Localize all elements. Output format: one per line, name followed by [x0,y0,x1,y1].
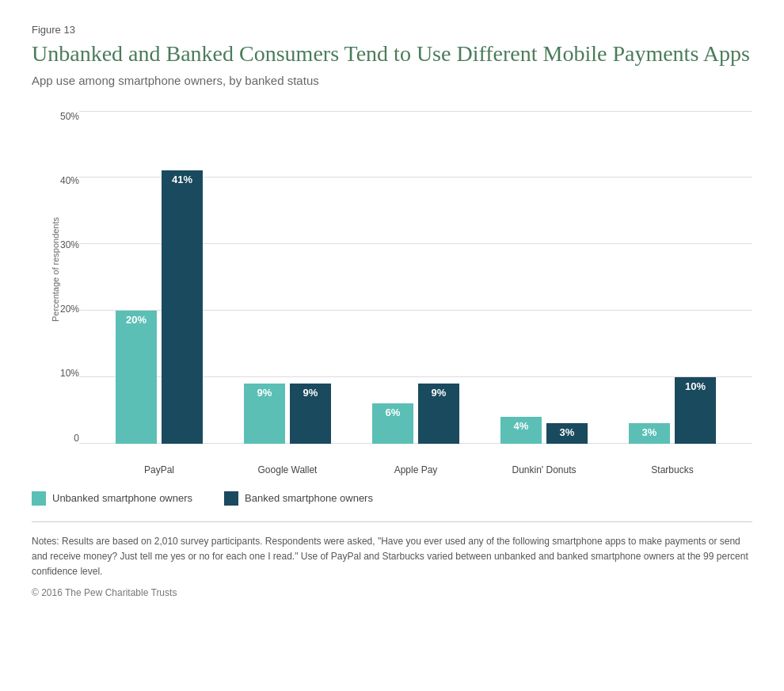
y-axis: 0 10% 20% 30% 40% 50% [36,111,79,475]
legend-unbanked-label: Unbanked smartphone owners [52,492,192,504]
y-tick-40: 40% [60,175,79,186]
divider [32,521,752,522]
chart-subtitle: App use among smartphone owners, by bank… [32,74,752,87]
legend-unbanked-box [32,491,46,506]
bar-value-banked-1: 9% [303,387,318,399]
x-label-1: Google Wallet [244,464,331,475]
bar-group-paypal: 20%41% [116,170,203,443]
bar-group-google-wallet: 9%9% [244,384,331,444]
x-label-2: Apple Pay [372,464,459,475]
chart-title: Unbanked and Banked Consumers Tend to Us… [32,40,752,67]
legend-unbanked: Unbanked smartphone owners [32,491,192,506]
bar-value-unbanked-0: 20% [126,314,147,326]
bar-unbanked-4: 3% [629,423,670,443]
figure-label: Figure 13 [32,24,752,36]
bars-container: 20%41%9%9%6%9%4%3%3%10% [79,111,752,444]
bar-group-dunkin-donuts: 4%3% [500,417,588,444]
bar-value-banked-0: 41% [172,174,192,185]
x-label-0: PayPal [116,464,203,475]
chart-inner: 20%41%9%9%6%9%4%3%3%10% PayPalGoogle Wal… [79,111,752,475]
x-labels: PayPalGoogle WalletApple PayDunkin' Donu… [79,444,752,475]
bar-group-starbucks: 3%10% [629,377,716,444]
bar-value-banked-2: 9% [432,387,447,399]
bar-unbanked-1: 9% [244,384,285,444]
bar-group-apple-pay: 6%9% [372,384,459,444]
bar-banked-1: 9% [290,384,331,444]
bar-pair-1: 9%9% [244,384,331,444]
bar-banked-2: 9% [418,384,459,444]
bar-pair-2: 6%9% [372,384,459,444]
bar-value-unbanked-4: 3% [642,426,657,438]
bar-unbanked-2: 6% [372,403,413,443]
bar-pair-4: 3%10% [629,377,716,444]
chart-area: Percentage of respondents 0 10% 20% 30% … [32,111,752,475]
legend-banked-label: Banked smartphone owners [245,492,373,504]
bar-banked-0: 41% [162,170,203,443]
bar-value-unbanked-3: 4% [514,420,529,432]
bar-value-unbanked-1: 9% [257,387,272,399]
x-label-3: Dunkin' Donuts [500,464,588,475]
notes: Notes: Results are based on 2,010 survey… [32,534,752,580]
legend-banked-box [224,491,238,506]
bar-value-unbanked-2: 6% [386,407,401,418]
copyright: © 2016 The Pew Charitable Trusts [32,587,752,598]
figure-container: Figure 13 Unbanked and Banked Consumers … [32,24,752,598]
bar-value-banked-3: 3% [560,426,575,438]
legend-banked: Banked smartphone owners [224,491,373,506]
y-tick-50: 50% [60,111,79,122]
legend: Unbanked smartphone owners Banked smartp… [32,491,752,506]
bar-pair-0: 20%41% [116,170,203,443]
x-label-4: Starbucks [629,464,716,475]
y-tick-20: 20% [60,304,79,315]
y-tick-0: 0 [74,433,79,444]
bar-banked-3: 3% [546,423,588,443]
bar-banked-4: 10% [675,377,716,444]
bar-unbanked-3: 4% [500,417,542,444]
bar-pair-3: 4%3% [500,417,588,444]
bar-value-banked-4: 10% [685,380,706,392]
y-tick-30: 30% [60,239,79,250]
y-tick-10: 10% [60,368,79,379]
bar-unbanked-0: 20% [116,311,157,444]
